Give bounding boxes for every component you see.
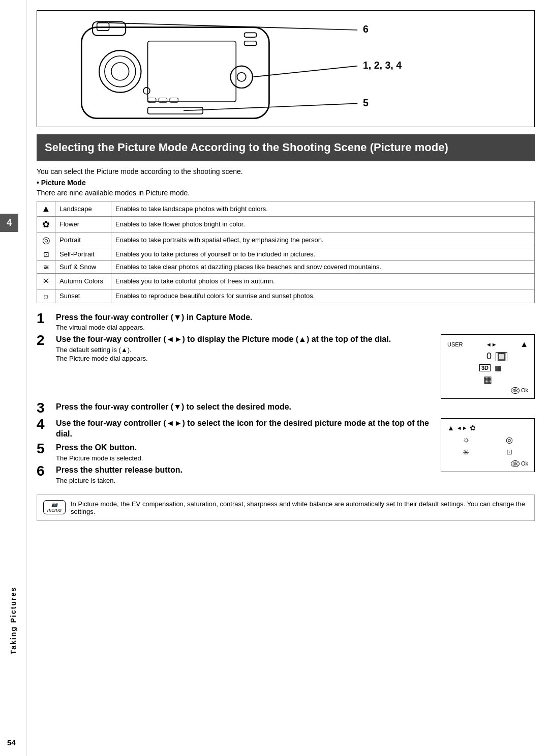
flower-icon-d2: ✿ xyxy=(470,424,476,432)
step-6-desc: The picture is taken. xyxy=(56,477,434,484)
memo-label: memo xyxy=(47,507,62,513)
chapter-title: Taking Pictures xyxy=(9,587,17,654)
mode-name: Self-Portrait xyxy=(55,248,111,260)
zero-icon: 0 xyxy=(486,351,492,362)
mode-name: Autumn Colors xyxy=(55,273,111,289)
mode-name: Flower xyxy=(55,216,111,232)
step-1: 1 Press the four-way controller (▼) in C… xyxy=(37,312,535,332)
svg-point-5 xyxy=(111,63,129,80)
mode-icon: ☼ xyxy=(37,289,55,303)
step-3-title: Press the four-way controller (▼) to sel… xyxy=(56,402,535,413)
step-1-number: 1 xyxy=(37,311,56,326)
chapter-badge: 4 xyxy=(0,214,18,232)
autumn-icon-d2: ✳ xyxy=(447,448,485,457)
mode-name: Surf & Snow xyxy=(55,260,111,273)
mode-desc: Enables to take flower photos bright in … xyxy=(111,216,535,232)
ok-circle-2: ok xyxy=(511,460,520,467)
mode-icon: ✿ xyxy=(37,216,55,232)
mode-name: Sunset xyxy=(55,289,111,303)
step-4-content: Use the four-way controller (◄►) to sele… xyxy=(56,418,434,440)
camera-svg: 6 1, 2, 3, 4 5 xyxy=(37,11,534,127)
step-6-content: Press the shutter release button. The pi… xyxy=(56,465,434,484)
mode-name: Portrait xyxy=(55,232,111,248)
step-1-title: Press the four-way controller (▼) in Cap… xyxy=(56,312,535,323)
mode-desc: Enables to reproduce beautiful colors fo… xyxy=(111,289,535,303)
mode-icon: ◎ xyxy=(37,232,55,248)
intro-text: You can select the Picture mode accordin… xyxy=(37,167,535,176)
chapter-number: 4 xyxy=(7,218,12,228)
steps-section: 1 Press the four-way controller (▼) in C… xyxy=(37,312,535,487)
step-6-title: Press the shutter release button. xyxy=(56,465,434,476)
step-5-content: Press the OK button. The Picture mode is… xyxy=(56,443,434,462)
memo-box: 📷 memo In Picture mode, the EV compensat… xyxy=(37,495,535,521)
svg-point-3 xyxy=(99,50,141,93)
table-row: ✿ Flower Enables to take flower photos b… xyxy=(37,216,535,232)
mode-desc: Enables to take landscape photos with br… xyxy=(111,201,535,216)
mountain-icon-d2: ▲ xyxy=(447,424,454,432)
table-row: ≋ Surf & Snow Enables to take clear phot… xyxy=(37,260,535,273)
svg-rect-2 xyxy=(148,41,236,102)
mode-desc: Enables to take clear photos at dazzling… xyxy=(111,260,535,273)
self-portrait-d2: ⊡ xyxy=(491,448,529,457)
section-heading: Selecting the Picture Mode According to … xyxy=(37,134,535,161)
step-3: 3 Press the four-way controller (▼) to s… xyxy=(37,402,535,415)
step-1-desc: The virtual mode dial appears. xyxy=(56,324,535,331)
step-4: 4 Use the four-way controller (◄►) to se… xyxy=(37,418,434,440)
mode-desc: Enables you to take pictures of yourself… xyxy=(111,248,535,260)
mode-desc: Enables to take portraits with spatial e… xyxy=(111,232,535,248)
table-row: ✳ Autumn Colors Enables you to take colo… xyxy=(37,273,535,289)
step-4-title: Use the four-way controller (◄►) to sele… xyxy=(56,418,434,440)
step-2-desc1: The default setting is (▲). xyxy=(56,346,433,354)
step-5-title: Press the OK button. xyxy=(56,443,434,453)
step-2: 2 Use the four-way controller (◄►) to di… xyxy=(37,334,535,399)
bullet-heading: • Picture Mode xyxy=(37,179,535,187)
step-5: 5 Press the OK button. The Picture mode … xyxy=(37,443,434,462)
svg-rect-8 xyxy=(245,41,257,46)
svg-text:5: 5 xyxy=(363,97,369,108)
svg-text:1, 2, 3, 4: 1, 2, 3, 4 xyxy=(363,60,402,71)
group-icon: ▦ xyxy=(495,364,501,372)
step-5-desc: The Picture mode is selected. xyxy=(56,454,434,462)
step-diagram-2: ▲ ◄► ✿ ☼ ◎ ✳ ⊡ ok Ok xyxy=(441,418,535,472)
svg-line-18 xyxy=(253,66,357,77)
ok-label-1: ok Ok xyxy=(447,387,528,393)
svg-rect-9 xyxy=(148,107,203,114)
step-5-number: 5 xyxy=(37,442,56,456)
mountain-icon-d1: ▲ xyxy=(520,340,528,349)
memo-icon-inner: 📷 memo xyxy=(43,500,66,514)
diagram-box-1: USER ◄► ▲ 0 🔲 3D ▦ xyxy=(441,334,535,399)
step-6: 6 Press the shutter release button. The … xyxy=(37,465,434,484)
mode-icon: ✳ xyxy=(37,273,55,289)
step-2-desc2: The Picture mode dial appears. xyxy=(56,355,433,362)
table-row: ⊡ Self-Portrait Enables you to take pict… xyxy=(37,248,535,260)
main-content: 6 1, 2, 3, 4 5 Selecting the Picture Mod… xyxy=(26,0,549,756)
camera-diagram: 6 1, 2, 3, 4 5 xyxy=(37,10,535,127)
sidebar: 4 Taking Pictures 54 xyxy=(0,0,26,756)
page-number: 54 xyxy=(7,738,16,747)
memo-icon: 📷 memo xyxy=(43,500,66,514)
step-6-number: 6 xyxy=(37,464,56,478)
step-3-content: Press the four-way controller (▼) to sel… xyxy=(56,402,535,413)
ok-circle-1: ok xyxy=(511,387,520,394)
mode-icon: ≋ xyxy=(37,260,55,273)
step-2-left: Use the four-way controller (◄►) to disp… xyxy=(56,334,433,362)
svg-line-16 xyxy=(109,23,358,30)
table-row: ☼ Sunset Enables to reproduce beautiful … xyxy=(37,289,535,303)
steps-456-left: 4 Use the four-way controller (◄►) to se… xyxy=(37,418,434,487)
svg-rect-7 xyxy=(245,33,257,37)
step-2-with-diagram: Use the four-way controller (◄►) to disp… xyxy=(56,334,535,399)
step-3-number: 3 xyxy=(37,401,56,415)
memo-text: In Picture mode, the EV compensation, sa… xyxy=(71,500,528,515)
sub-intro: There are nine available modes in Pictur… xyxy=(37,189,535,197)
mode-table: ▲ Landscape Enables to take landscape ph… xyxy=(37,201,535,303)
svg-line-20 xyxy=(184,103,357,110)
portrait-icon-d2: ◎ xyxy=(491,435,529,445)
3d-label: 3D xyxy=(479,364,491,371)
memo-camera-icon: 📷 xyxy=(51,502,57,507)
mode-icon: ⊡ xyxy=(37,248,55,260)
svg-text:6: 6 xyxy=(363,23,369,35)
steps-456-section: 4 Use the four-way controller (◄►) to se… xyxy=(37,418,535,487)
arrow-label: ◄► xyxy=(486,341,497,347)
arrow-d2: ◄► xyxy=(456,425,468,431)
step-1-content: Press the four-way controller (▼) in Cap… xyxy=(56,312,535,332)
